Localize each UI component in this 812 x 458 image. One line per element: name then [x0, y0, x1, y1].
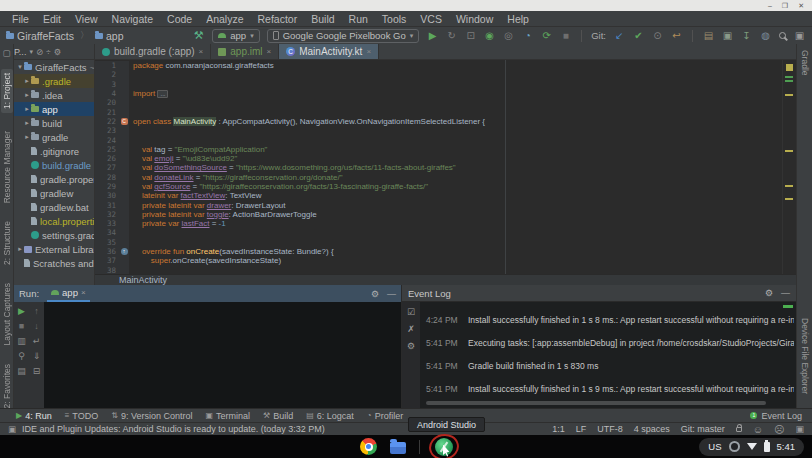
apply-changes-icon[interactable]: ↻	[445, 31, 458, 41]
restore-layout-icon[interactable]: ▥	[17, 337, 26, 346]
event-log-settings-icon[interactable]: ⚙	[765, 288, 773, 298]
toolwindow-button-terminal[interactable]: ▣Terminal	[205, 411, 250, 421]
file-encoding[interactable]: UTF-8	[597, 424, 623, 434]
hide-panel-icon[interactable]: —	[781, 288, 790, 298]
tree-item-build-gradle[interactable]: build.gradle	[14, 158, 94, 172]
toolwindow-button-layout-captures[interactable]: Layout Captures	[2, 283, 12, 345]
minimize-icon[interactable]: –	[768, 2, 772, 9]
folded-imports[interactable]: ...	[157, 90, 168, 98]
tree-item-app[interactable]: ▸app	[14, 102, 94, 116]
device-manager-icon[interactable]: ▤	[702, 31, 715, 41]
project-view-dropdown[interactable]: P...	[14, 47, 26, 57]
tree-item-gradle[interactable]: ▸gradle	[14, 130, 94, 144]
menu-help[interactable]: Help	[500, 13, 536, 25]
menu-code[interactable]: Code	[160, 13, 199, 25]
collapse-all-icon[interactable]: ÷	[46, 47, 51, 57]
debug-icon[interactable]: ◉	[483, 31, 496, 41]
search-everywhere-icon[interactable]	[779, 32, 786, 39]
apply-code-changes-icon[interactable]: ⊡	[464, 31, 477, 41]
menu-run[interactable]: Run	[342, 13, 375, 25]
tree-item-local-properties[interactable]: local.properties	[14, 214, 94, 228]
toolwindow-button-9-version-control[interactable]: ⇅9: Version Control	[111, 411, 192, 421]
readonly-lock-icon[interactable]	[736, 427, 742, 432]
profiler-icon[interactable]: ◔	[521, 31, 534, 41]
menu-analyze[interactable]: Analyze	[199, 13, 250, 25]
coverage-icon[interactable]: ◎	[502, 31, 515, 41]
code-editor[interactable]: 1package com.naranjaconsal.giraffefacts2…	[95, 60, 796, 285]
expand-arrow-icon[interactable]: ▸	[23, 91, 31, 99]
status-message[interactable]: IDE and Plugin Updates: Android Studio i…	[22, 424, 325, 434]
clear-icon[interactable]: ▤	[17, 367, 26, 376]
menu-view[interactable]: View	[68, 13, 105, 25]
event-log-entry[interactable]: 5:41 PMExecuting tasks: [:app:assembleDe…	[420, 338, 794, 348]
files-app-icon[interactable]	[390, 442, 406, 454]
expand-arrow-icon[interactable]: ▸	[23, 133, 31, 141]
build-hammer-icon[interactable]: ⚒	[192, 30, 205, 41]
clear-all-icon[interactable]: ✗	[407, 325, 415, 334]
git-branch[interactable]: Git: master	[681, 424, 725, 434]
close-icon[interactable]: ×	[366, 47, 371, 56]
run-config-selector[interactable]: app ▾	[212, 29, 259, 43]
running-devices-icon[interactable]: ▣	[721, 31, 734, 41]
tree-item-build[interactable]: ▸build	[14, 116, 94, 130]
toolwindow-anchor-icon[interactable]: ▢	[2, 48, 10, 58]
chrome-icon[interactable]	[360, 438, 377, 455]
tab-mainactivity-kt[interactable]: CMainActivity.kt×	[279, 44, 379, 59]
toolwindow-button-profiler[interactable]: ◔Profiler	[367, 411, 403, 421]
close-icon[interactable]: ×	[81, 288, 86, 297]
close-icon[interactable]: ✕	[798, 2, 804, 9]
tree-item-settings-gradle[interactable]: settings.gradle	[14, 228, 94, 242]
avd-manager-icon[interactable]: ◍	[759, 31, 772, 41]
expand-arrow-icon[interactable]: ▸	[23, 119, 31, 127]
close-icon[interactable]: ×	[199, 47, 204, 56]
toolwindow-button-1-project[interactable]: 1: Project	[1, 69, 13, 113]
sdk-manager-icon[interactable]: ↧	[740, 31, 753, 41]
hide-panel-icon[interactable]: —	[387, 289, 396, 299]
class-gutter-icon[interactable]: C	[121, 118, 128, 125]
expand-arrow-icon[interactable]: ▸	[16, 245, 24, 253]
tree-item-gradle-properties[interactable]: gradle.properties	[14, 172, 94, 186]
run-settings-icon[interactable]: ⚙	[371, 289, 379, 299]
menu-navigate[interactable]: Navigate	[105, 13, 160, 25]
run-console[interactable]	[44, 302, 401, 408]
git-history-icon[interactable]: ⊙	[651, 31, 664, 41]
toolwindow-button-2-favorites[interactable]: 2: Favorites	[2, 364, 12, 408]
expand-arrow-icon[interactable]: ▸	[23, 105, 31, 113]
tree-item--gradle[interactable]: ▸.gradle	[14, 74, 94, 88]
breadcrumb-item[interactable]: GiraffeFacts	[6, 30, 74, 42]
notifications-icon[interactable]: ▣	[795, 424, 804, 434]
event-log-button[interactable]: 1Event Log	[750, 411, 812, 421]
device-selector[interactable]: Google Google Pixelbook Go ▾	[267, 29, 420, 43]
toolwindow-button-gradle[interactable]: Gradle	[800, 50, 810, 76]
system-tray[interactable]: US 5:41	[699, 438, 804, 456]
soft-wrap-icon[interactable]: ↵	[33, 337, 41, 346]
expand-arrow-icon[interactable]: ▾	[16, 63, 24, 71]
toolwindow-button-2-structure[interactable]: 2: Structure	[2, 221, 12, 265]
stop-icon[interactable]: ■	[559, 31, 572, 41]
toolwindow-button-resource-manager[interactable]: Resource Manager	[2, 131, 12, 203]
panel-settings-icon[interactable]: ⚙	[54, 47, 62, 57]
toolwindow-button-todo[interactable]: ≡TODO	[65, 411, 99, 421]
event-log-entry[interactable]: 4:24 PMInstall successfully finished in …	[420, 315, 794, 325]
tree-item-external-libraries[interactable]: ▸External Libraries	[14, 242, 94, 256]
apply-changes-activity-icon[interactable]: ⟳	[540, 31, 553, 41]
expand-arrow-icon[interactable]: ▸	[23, 77, 31, 85]
run-icon[interactable]: ▶	[426, 31, 439, 41]
settings-wrench-icon[interactable]: ⚙	[407, 342, 415, 351]
git-update-icon[interactable]: ↙	[613, 31, 626, 41]
scroll-to-end-icon[interactable]: ⇓	[33, 352, 41, 361]
menu-tools[interactable]: Tools	[375, 13, 414, 25]
horizontal-scrollbar[interactable]	[426, 401, 766, 405]
git-revert-icon[interactable]: ↩	[670, 31, 683, 41]
tab-app-iml[interactable]: app.iml×	[211, 44, 279, 59]
settings-sync-icon[interactable]: ▣	[793, 31, 806, 41]
menu-edit[interactable]: Edit	[36, 13, 68, 25]
editor-breadcrumb[interactable]: MainActivity	[95, 274, 796, 285]
android-studio-taskbar-icon[interactable]	[433, 436, 455, 458]
event-log-entry[interactable]: 5:41 PMGradle build finished in 1 s 830 …	[420, 361, 794, 371]
maximize-icon[interactable]: ❐	[782, 2, 788, 9]
feedback-frown-icon[interactable]: ☹	[774, 424, 784, 435]
indent-setting[interactable]: 4 spaces	[634, 424, 670, 434]
close-icon[interactable]: ×	[267, 47, 272, 56]
menu-vcs[interactable]: VCS	[413, 13, 449, 25]
